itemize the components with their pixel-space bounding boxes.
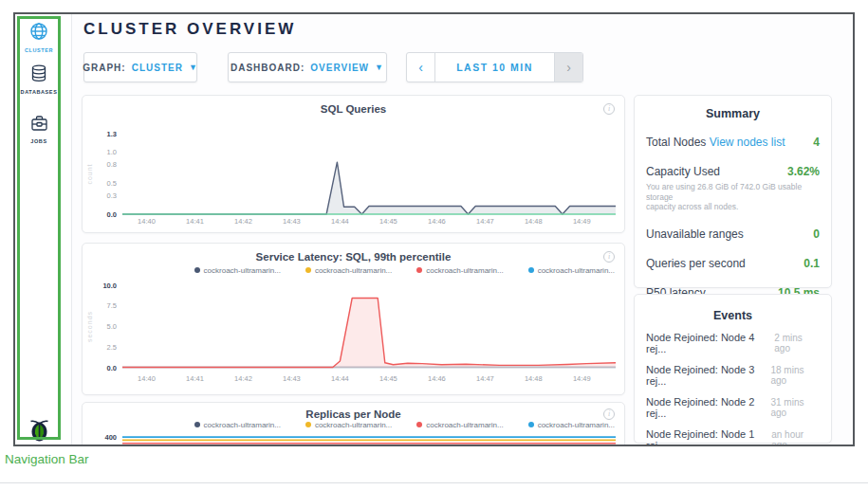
svg-text:1.0: 1.0 (107, 148, 117, 156)
navigation-bar: CLUSTER DATABASES (15, 14, 72, 445)
sidebar-item-cluster[interactable]: CLUSTER (17, 22, 61, 53)
graph-dropdown[interactable]: GRAPH: CLUSTER ▼ (83, 52, 197, 82)
chart-legend: cockroach-ultramarin...cockroach-ultrama… (194, 264, 615, 276)
sql-queries-chart-card: SQL Queries i 0.00.30.50.81.01.314:4014:… (82, 95, 625, 233)
legend-label: cockroach-ultramarin... (315, 421, 392, 429)
summary-label: Capacity Used (646, 165, 720, 178)
chart-title: SQL Queries (83, 103, 624, 115)
legend-item[interactable]: cockroach-ultramarin... (528, 266, 615, 275)
replicas-per-node-plot: 400 (83, 429, 626, 446)
legend-item[interactable]: cockroach-ultramarin... (194, 421, 281, 429)
svg-text:1.3: 1.3 (107, 130, 117, 138)
legend-label: cockroach-ultramarin... (204, 421, 281, 429)
summary-value: 3.62% (787, 165, 820, 178)
svg-text:14:48: 14:48 (525, 217, 543, 226)
summary-title: Summary (646, 107, 820, 120)
dashboard-dropdown-value: OVERVIEW (310, 63, 369, 73)
event-label[interactable]: Node Rejoined: Node 3 rej... (646, 364, 770, 387)
time-range-prev-button[interactable]: ‹ (407, 53, 435, 82)
time-range-value[interactable]: LAST 10 MIN (435, 53, 554, 82)
svg-text:2.5: 2.5 (107, 343, 117, 352)
sidebar-item-jobs[interactable]: JOBS (17, 115, 61, 144)
chart-title: Service Latency: SQL, 99th percentile (83, 251, 624, 263)
graph-dropdown-label: GRAPH: (83, 63, 125, 73)
service-latency-plot: 0.02.55.07.510.014:4014:4114:4214:4314:4… (83, 278, 626, 384)
legend-item[interactable]: cockroach-ultramarin... (194, 266, 281, 275)
sidebar-item-label: JOBS (17, 138, 61, 144)
info-icon[interactable]: i (603, 251, 615, 263)
svg-text:0.0: 0.0 (107, 210, 117, 219)
events-title: Events (646, 309, 820, 322)
svg-text:400: 400 (104, 433, 117, 442)
svg-text:14:49: 14:49 (573, 217, 591, 226)
summary-row: Capacity Used3.62% (646, 162, 820, 179)
legend-item[interactable]: cockroach-ultramarin... (528, 421, 615, 429)
svg-text:14:45: 14:45 (379, 374, 397, 383)
legend-dot-icon (305, 267, 311, 273)
summary-row: Queries per second0.1 (646, 254, 820, 271)
summary-label: Unavailable ranges (646, 227, 744, 241)
screenshot-stage: CLUSTER DATABASES (0, 0, 868, 490)
svg-text:0.5: 0.5 (107, 179, 117, 188)
legend-item[interactable]: cockroach-ultramarin... (305, 421, 392, 429)
annotation-label: Navigation Bar (5, 452, 89, 466)
svg-text:14:42: 14:42 (234, 374, 252, 383)
browser-window: CLUSTER DATABASES (13, 12, 855, 446)
chevron-down-icon: ▼ (375, 63, 384, 72)
event-rows: Node Rejoined: Node 4 rej...2 mins agoNo… (646, 332, 820, 446)
event-label[interactable]: Node Rejoined: Node 1 rej... (646, 428, 771, 446)
legend-label: cockroach-ultramarin... (315, 266, 392, 275)
databases-icon (30, 69, 47, 85)
summary-row: Total Nodes View nodes list4 (646, 133, 820, 150)
svg-text:10.0: 10.0 (102, 281, 117, 290)
view-nodes-list-link[interactable]: View nodes list (706, 136, 785, 149)
summary-subtext: capacity across all nodes. (646, 202, 820, 212)
event-row: Node Rejoined: Node 4 rej...2 mins ago (646, 332, 820, 354)
sidebar-item-label: CLUSTER (17, 47, 61, 53)
sidebar-item-label: DATABASES (17, 89, 61, 95)
event-label[interactable]: Node Rejoined: Node 4 rej... (646, 332, 774, 354)
event-time: 2 mins ago (774, 333, 820, 354)
svg-text:14:46: 14:46 (428, 217, 446, 226)
legend-item[interactable]: cockroach-ultramarin... (305, 266, 392, 275)
dashboard-dropdown-label: DASHBOARD: (231, 63, 305, 73)
svg-text:0.8: 0.8 (107, 160, 117, 169)
svg-text:14:49: 14:49 (573, 374, 591, 383)
event-label[interactable]: Node Rejoined: Node 2 rej... (646, 396, 770, 419)
summary-value: 0.1 (803, 257, 820, 270)
svg-text:14:40: 14:40 (138, 217, 156, 226)
info-icon[interactable]: i (603, 103, 615, 115)
svg-text:14:41: 14:41 (186, 374, 204, 383)
svg-text:14:48: 14:48 (525, 374, 543, 383)
time-range-next-button[interactable]: › (554, 53, 582, 82)
svg-text:count: count (86, 163, 93, 184)
legend-item[interactable]: cockroach-ultramarin... (416, 421, 503, 429)
legend-item[interactable]: cockroach-ultramarin... (416, 266, 503, 275)
sidebar-item-databases[interactable]: DATABASES (17, 64, 61, 95)
svg-text:14:47: 14:47 (476, 217, 494, 226)
briefcase-icon (30, 118, 48, 135)
legend-label: cockroach-ultramarin... (204, 266, 281, 275)
globe-icon (29, 27, 48, 44)
svg-text:0.3: 0.3 (107, 191, 117, 200)
events-panel: Events Node Rejoined: Node 4 rej...2 min… (634, 294, 832, 444)
page-title: CLUSTER OVERVIEW (83, 20, 296, 39)
svg-text:seconds: seconds (86, 311, 93, 342)
graph-dropdown-value: CLUSTER (132, 63, 183, 73)
summary-panel: Summary Total Nodes View nodes list4Capa… (634, 95, 832, 288)
svg-text:14:46: 14:46 (428, 374, 446, 383)
cockroachdb-logo[interactable] (17, 416, 61, 445)
time-range-selector: ‹ LAST 10 MIN › (406, 52, 583, 82)
sql-queries-plot: 0.00.30.50.81.01.314:4014:4114:4214:4314… (83, 118, 626, 227)
legend-dot-icon (416, 267, 422, 273)
legend-dot-icon (305, 422, 311, 427)
summary-label: Total Nodes (646, 136, 706, 149)
legend-dot-icon (528, 267, 534, 273)
legend-dot-icon (194, 267, 200, 273)
dashboard-dropdown[interactable]: DASHBOARD: OVERVIEW ▼ (228, 52, 387, 82)
summary-value: 4 (813, 136, 820, 149)
svg-text:14:42: 14:42 (234, 217, 252, 226)
svg-text:14:47: 14:47 (476, 374, 494, 383)
event-row: Node Rejoined: Node 2 rej...31 mins ago (646, 396, 820, 419)
chevron-down-icon: ▼ (189, 63, 198, 72)
